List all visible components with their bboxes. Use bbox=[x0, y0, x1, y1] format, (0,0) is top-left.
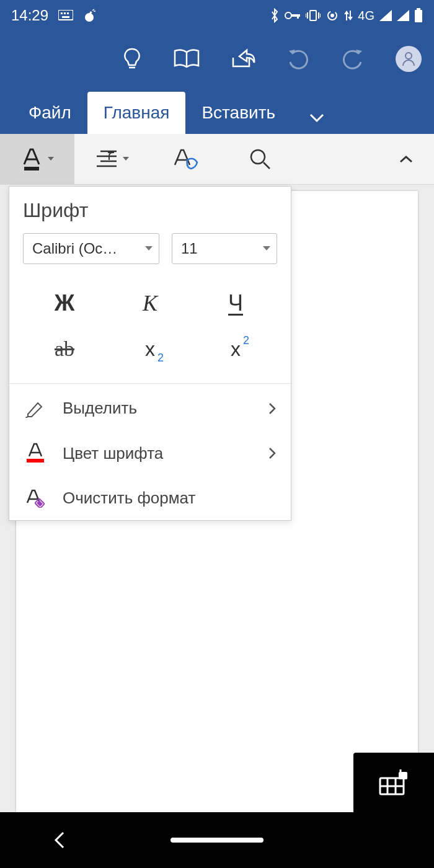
system-nav-bar bbox=[0, 812, 434, 868]
svg-rect-41 bbox=[399, 772, 407, 779]
account-button[interactable] bbox=[396, 46, 422, 72]
back-button[interactable] bbox=[52, 831, 67, 849]
read-mode-button[interactable] bbox=[174, 48, 200, 69]
vpn-key-icon bbox=[285, 11, 301, 20]
svg-point-7 bbox=[285, 12, 291, 19]
font-panel: Шрифт Calibri (Ос… 11 Ж К Ч ab x2 x2 Выд… bbox=[9, 186, 291, 521]
font-group-button[interactable] bbox=[0, 134, 74, 185]
clear-format-label: Очистить формат bbox=[63, 489, 276, 508]
clear-format-icon bbox=[24, 489, 46, 508]
ribbon-bar bbox=[0, 134, 434, 185]
ribbon-tabs: Файл Главная Вставить bbox=[0, 87, 434, 134]
hotspot-icon bbox=[326, 9, 339, 22]
svg-line-31 bbox=[25, 417, 28, 418]
ideas-button[interactable] bbox=[122, 46, 143, 71]
signal-icon-1 bbox=[379, 10, 392, 21]
vibrate-icon bbox=[306, 9, 321, 22]
redo-button[interactable] bbox=[341, 48, 365, 69]
status-time: 14:29 bbox=[11, 7, 48, 24]
font-size-dropdown[interactable]: 11 bbox=[172, 233, 277, 264]
data-arrows-icon bbox=[344, 9, 353, 22]
subscript-button[interactable]: x2 bbox=[107, 326, 193, 372]
chevron-right-icon bbox=[268, 402, 276, 415]
svg-rect-10 bbox=[310, 11, 316, 20]
highlighter-icon bbox=[24, 399, 46, 418]
divider bbox=[9, 383, 291, 384]
keyboard-lock-icon bbox=[379, 769, 409, 795]
svg-rect-4 bbox=[62, 16, 69, 18]
svg-rect-18 bbox=[417, 8, 420, 10]
tab-home[interactable]: Главная bbox=[87, 92, 186, 134]
highlight-menu-item[interactable]: Выделить bbox=[9, 386, 291, 430]
font-color-icon bbox=[24, 443, 46, 464]
status-bar: 14:29 4G bbox=[0, 0, 434, 31]
tab-file[interactable]: Файл bbox=[12, 92, 87, 134]
font-family-value: Calibri (Ос… bbox=[32, 240, 117, 257]
underline-button[interactable]: Ч bbox=[193, 280, 278, 326]
collapse-ribbon-button[interactable] bbox=[378, 134, 434, 185]
svg-line-30 bbox=[264, 162, 270, 169]
paragraph-group-button[interactable] bbox=[74, 134, 149, 185]
network-type-label: 4G bbox=[358, 9, 374, 23]
font-color-menu-item[interactable]: Цвет шрифта bbox=[9, 430, 291, 476]
superscript-button[interactable]: x2 bbox=[193, 326, 278, 372]
font-color-label: Цвет шрифта bbox=[63, 444, 252, 463]
svg-rect-1 bbox=[61, 12, 63, 14]
undo-button[interactable] bbox=[286, 48, 310, 69]
app-toolbar bbox=[0, 31, 434, 87]
battery-icon bbox=[414, 8, 423, 23]
svg-point-21 bbox=[405, 53, 412, 59]
svg-point-15 bbox=[330, 14, 334, 17]
clear-format-menu-item[interactable]: Очистить формат bbox=[9, 476, 291, 520]
share-button[interactable] bbox=[231, 48, 255, 70]
font-family-dropdown[interactable]: Calibri (Ос… bbox=[23, 233, 159, 264]
bold-button[interactable]: Ж bbox=[22, 280, 107, 326]
svg-point-5 bbox=[85, 13, 94, 22]
tab-more-button[interactable] bbox=[291, 102, 342, 134]
keyboard-icon bbox=[58, 10, 73, 21]
keyboard-toggle-button[interactable] bbox=[353, 753, 434, 812]
styles-button[interactable] bbox=[149, 134, 223, 185]
svg-rect-23 bbox=[24, 167, 39, 170]
svg-rect-9 bbox=[297, 14, 299, 19]
strikethrough-button[interactable]: ab bbox=[22, 326, 107, 372]
svg-rect-17 bbox=[415, 10, 422, 22]
svg-rect-2 bbox=[64, 12, 66, 14]
tab-insert[interactable]: Вставить bbox=[185, 92, 291, 134]
bomb-icon bbox=[83, 9, 97, 22]
find-button[interactable] bbox=[223, 134, 298, 185]
bluetooth-icon bbox=[270, 8, 280, 23]
font-panel-title: Шрифт bbox=[9, 187, 291, 233]
italic-button[interactable]: К bbox=[107, 280, 193, 326]
svg-rect-33 bbox=[27, 459, 44, 463]
font-size-value: 11 bbox=[181, 240, 198, 257]
svg-point-29 bbox=[251, 150, 265, 164]
chevron-right-icon bbox=[268, 447, 276, 459]
home-pill[interactable] bbox=[170, 838, 264, 843]
svg-rect-0 bbox=[58, 10, 73, 20]
signal-icon-2 bbox=[397, 10, 409, 21]
svg-rect-3 bbox=[67, 12, 69, 14]
highlight-label: Выделить bbox=[63, 399, 252, 418]
